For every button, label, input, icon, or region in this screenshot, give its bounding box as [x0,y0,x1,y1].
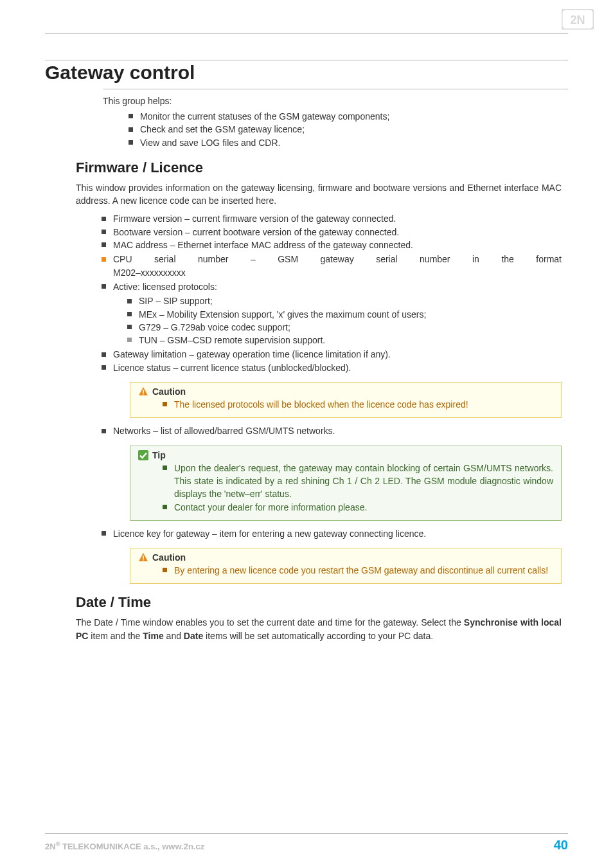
datetime-heading: Date / Time [76,594,562,611]
firmware-cpu-bullet: CPU serial number – GSM gateway serial n… [102,253,562,279]
datetime-pre: The Date / Time window enables you to se… [76,617,464,628]
active-label: Active: licensed protocols: [113,282,217,292]
warning-icon [138,552,148,563]
caution-header-2: Caution [138,552,553,563]
firmware-intro: This window provides information on the … [76,181,562,208]
caution-box-2: Caution By entering a new licence code y… [130,548,562,584]
header-divider [45,33,568,34]
list-item: By entering a new licence code you resta… [163,564,553,577]
list-item: Networks – list of allowed/barred GSM/UM… [102,424,562,437]
networks-bullet: Networks – list of allowed/barred GSM/UM… [102,424,562,437]
datetime-bold-3: Date [184,631,203,641]
active-protocols: Active: licensed protocols: SIP – SIP su… [102,280,562,347]
firmware-bullets-2: Gateway limitation – gateway operation t… [102,348,562,374]
list-item: TUN – GSM–CSD remote supervision support… [127,334,562,347]
list-item: Upon the dealer's request, the gateway m… [163,462,553,501]
caution-label: Caution [152,386,186,397]
list-item: Check and set the GSM gateway licence; [129,123,562,136]
page-title: Gateway control [45,62,568,84]
title-rule-bottom [103,89,568,89]
tip-box: Tip Upon the dealer's request, the gatew… [130,446,562,521]
page-footer: 2N® TELEKOMUNIKACE a.s., www.2n.cz 40 [45,833,568,853]
svg-rect-5 [143,556,144,559]
brand-logo: 2N [562,9,594,32]
footer-rest: TELEKOMUNIKACE a.s., www.2n.cz [60,842,204,851]
check-icon [138,450,148,460]
caution-label-2: Caution [152,552,186,563]
list-item: CPU serial number – GSM gateway serial n… [102,253,562,279]
tip-label: Tip [152,450,166,460]
list-item: Firmware version – current firmware vers… [102,212,562,225]
page-number: 40 [554,838,568,853]
list-item: Bootware version – current bootware vers… [102,226,562,239]
tip-list: Upon the dealer's request, the gateway m… [163,462,553,514]
datetime-para: The Date / Time window enables you to se… [76,616,562,642]
footer-company: 2N® TELEKOMUNIKACE a.s., www.2n.cz [45,841,204,851]
firmware-bullets: Firmware version – current firmware vers… [102,212,562,251]
svg-rect-3 [143,393,144,395]
caution-header: Caution [138,386,553,397]
cpu-line-2: M202–xxxxxxxxxx [113,266,562,279]
datetime-post: items will be set automatically accordin… [203,631,433,641]
cpu-line-1: CPU serial number – GSM gateway serial n… [113,253,562,266]
datetime-mid-2: and [164,631,184,641]
licence-key-bullet: Licence key for gateway – item for enter… [102,527,562,540]
list-item: MEx – Mobility Extension support, 'x' gi… [127,308,562,321]
protocol-grey: TUN – GSM–CSD remote supervision support… [127,334,562,347]
list-item: Active: licensed protocols: SIP – SIP su… [102,280,562,347]
svg-rect-2 [143,390,144,393]
caution-list: The licensed protocols will be blocked w… [163,398,553,411]
footer-divider [45,833,568,834]
list-item: Licence status – current licence status … [102,361,562,374]
protocol-list: SIP – SIP support; MEx – Mobility Extens… [127,294,562,334]
footer-prefix: 2N [45,842,56,851]
list-item: Licence key for gateway – item for enter… [102,527,562,540]
warning-icon [138,386,148,397]
list-item: SIP – SIP support; [127,294,562,307]
svg-rect-4 [138,450,148,460]
tip-header: Tip [138,450,553,460]
svg-text:2N: 2N [570,14,585,26]
intro-bullet-list: Monitor the current statuses of the GSM … [129,110,562,149]
list-item: MAC address – Ethernet interface MAC add… [102,239,562,251]
list-item: Contact your dealer for more information… [163,501,553,514]
list-item: Gateway limitation – gateway operation t… [102,348,562,361]
firmware-heading: Firmware / Licence [76,159,562,176]
datetime-mid-1: item and the [88,631,143,641]
datetime-bold-2: Time [143,631,163,641]
caution-box-1: Caution The licensed protocols will be b… [130,382,562,418]
title-rule-top [45,60,568,60]
list-item: Monitor the current statuses of the GSM … [129,110,562,123]
list-item: View and save LOG files and CDR. [129,136,562,149]
svg-rect-6 [143,559,144,561]
intro-text: This group helps: [103,96,568,106]
caution-list-2: By entering a new licence code you resta… [163,564,553,577]
list-item: G729 – G.729ab voice codec support; [127,321,562,334]
list-item: The licensed protocols will be blocked w… [163,398,553,411]
